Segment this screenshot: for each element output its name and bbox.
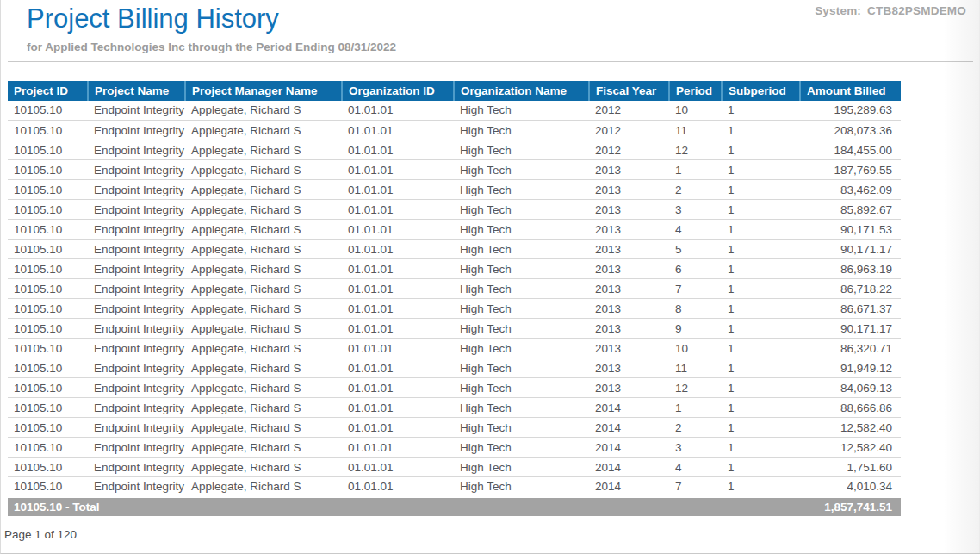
cell-organization-id: 01.01.01 — [342, 358, 454, 378]
cell-subperiod: 1 — [722, 398, 800, 418]
cell-period: 12 — [669, 378, 722, 398]
cell-fiscal-year: 2014 — [589, 477, 669, 497]
system-info: System:CTB82PSMDEMO — [815, 4, 966, 17]
cell-subperiod: 1 — [722, 319, 800, 339]
cell-amount-billed: 84,069.13 — [800, 378, 901, 398]
cell-subperiod: 1 — [722, 458, 800, 477]
cell-amount-billed: 88,666.86 — [800, 398, 901, 418]
cell-organization-id: 01.01.01 — [342, 200, 454, 220]
cell-project-name: Endpoint Integrity — [88, 358, 185, 378]
cell-organization-id: 01.01.01 — [342, 140, 454, 160]
cell-project-name: Endpoint Integrity — [88, 160, 185, 180]
cell-project-manager-name: Applegate, Richard S — [185, 200, 342, 220]
cell-project-name: Endpoint Integrity — [88, 200, 185, 220]
cell-organization-name: High Tech — [454, 279, 589, 299]
cell-project-name: Endpoint Integrity — [88, 418, 185, 438]
cell-subperiod: 1 — [722, 418, 800, 438]
cell-amount-billed: 86,718.22 — [800, 279, 901, 299]
column-header-organization-id: Organization ID — [342, 81, 454, 101]
table-row: 10105.10Endpoint IntegrityApplegate, Ric… — [8, 299, 901, 319]
cell-project-manager-name: Applegate, Richard S — [185, 418, 342, 438]
cell-project-id: 10105.10 — [8, 279, 88, 299]
cell-amount-billed: 12,582.40 — [800, 438, 901, 458]
cell-project-id: 10105.10 — [8, 358, 88, 378]
table-row: 10105.10Endpoint IntegrityApplegate, Ric… — [8, 200, 901, 220]
table-row: 10105.10Endpoint IntegrityApplegate, Ric… — [8, 240, 901, 259]
cell-period: 7 — [669, 477, 722, 497]
cell-period: 7 — [669, 279, 722, 299]
cell-project-id: 10105.10 — [8, 339, 88, 358]
cell-amount-billed: 187,769.55 — [800, 160, 901, 180]
cell-organization-name: High Tech — [454, 398, 589, 418]
cell-amount-billed: 86,671.37 — [800, 299, 901, 319]
cell-project-id: 10105.10 — [8, 200, 88, 220]
cell-organization-id: 01.01.01 — [342, 477, 454, 497]
cell-amount-billed: 90,171.17 — [800, 240, 901, 259]
cell-amount-billed: 184,455.00 — [800, 140, 901, 160]
table-row: 10105.10Endpoint IntegrityApplegate, Ric… — [8, 458, 901, 477]
column-header-fiscal-year: Fiscal Year — [589, 81, 669, 101]
table-row: 10105.10Endpoint IntegrityApplegate, Ric… — [8, 398, 901, 418]
cell-period: 4 — [669, 458, 722, 477]
page-indicator: Page 1 of 120 — [4, 528, 980, 541]
cell-organization-id: 01.01.01 — [342, 279, 454, 299]
cell-project-id: 10105.10 — [8, 160, 88, 180]
cell-period: 11 — [669, 121, 722, 140]
cell-project-id: 10105.10 — [8, 220, 88, 240]
column-header-period: Period — [669, 81, 722, 101]
cell-project-id: 10105.10 — [8, 299, 88, 319]
cell-organization-name: High Tech — [454, 240, 589, 259]
cell-amount-billed: 4,010.34 — [800, 477, 901, 497]
cell-organization-name: High Tech — [454, 319, 589, 339]
cell-organization-id: 01.01.01 — [342, 418, 454, 438]
cell-period: 5 — [669, 240, 722, 259]
table-row: 10105.10Endpoint IntegrityApplegate, Ric… — [8, 279, 901, 299]
cell-subperiod: 1 — [722, 477, 800, 497]
cell-project-manager-name: Applegate, Richard S — [185, 319, 342, 339]
cell-organization-name: High Tech — [454, 259, 589, 279]
cell-project-name: Endpoint Integrity — [88, 378, 185, 398]
cell-organization-id: 01.01.01 — [342, 240, 454, 259]
cell-fiscal-year: 2014 — [589, 418, 669, 438]
cell-organization-id: 01.01.01 — [342, 220, 454, 240]
cell-project-manager-name: Applegate, Richard S — [185, 299, 342, 319]
table-row: 10105.10Endpoint IntegrityApplegate, Ric… — [8, 121, 901, 140]
cell-period: 3 — [669, 438, 722, 458]
cell-amount-billed: 195,289.63 — [800, 101, 901, 121]
cell-fiscal-year: 2013 — [589, 160, 669, 180]
cell-project-manager-name: Applegate, Richard S — [185, 398, 342, 418]
cell-organization-name: High Tech — [454, 200, 589, 220]
cell-period: 10 — [669, 101, 722, 121]
cell-subperiod: 1 — [722, 180, 800, 200]
cell-amount-billed: 83,462.09 — [800, 180, 901, 200]
billing-table-body: 10105.10Endpoint IntegrityApplegate, Ric… — [8, 101, 901, 497]
table-row: 10105.10Endpoint IntegrityApplegate, Ric… — [8, 438, 901, 458]
cell-subperiod: 1 — [722, 279, 800, 299]
cell-organization-name: High Tech — [454, 477, 589, 497]
cell-period: 6 — [669, 259, 722, 279]
cell-project-name: Endpoint Integrity — [88, 240, 185, 259]
cell-subperiod: 1 — [722, 160, 800, 180]
cell-subperiod: 1 — [722, 240, 800, 259]
cell-project-name: Endpoint Integrity — [88, 259, 185, 279]
cell-amount-billed: 86,320.71 — [800, 339, 901, 358]
cell-fiscal-year: 2013 — [589, 319, 669, 339]
cell-period: 1 — [669, 160, 722, 180]
cell-period: 3 — [669, 200, 722, 220]
cell-project-name: Endpoint Integrity — [88, 299, 185, 319]
cell-fiscal-year: 2013 — [589, 299, 669, 319]
cell-project-manager-name: Applegate, Richard S — [185, 358, 342, 378]
cell-organization-id: 01.01.01 — [342, 339, 454, 358]
cell-period: 1 — [669, 398, 722, 418]
cell-project-name: Endpoint Integrity — [88, 458, 185, 477]
cell-project-manager-name: Applegate, Richard S — [185, 220, 342, 240]
cell-project-name: Endpoint Integrity — [88, 339, 185, 358]
total-row: 10105.10 - Total 1,857,741.51 — [8, 497, 901, 516]
cell-project-id: 10105.10 — [8, 458, 88, 477]
cell-subperiod: 1 — [722, 358, 800, 378]
column-header-organization-name: Organization Name — [454, 81, 589, 101]
cell-organization-id: 01.01.01 — [342, 299, 454, 319]
cell-project-id: 10105.10 — [8, 180, 88, 200]
cell-project-id: 10105.10 — [8, 259, 88, 279]
cell-organization-name: High Tech — [454, 121, 589, 140]
